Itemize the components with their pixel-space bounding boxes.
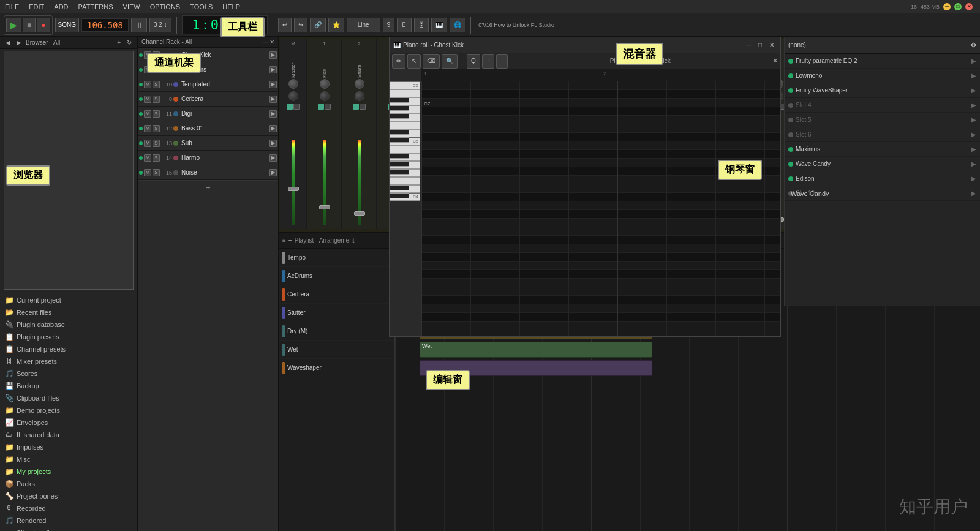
fx-led-4[interactable] <box>788 118 793 122</box>
fx-expand-1[interactable]: ▶ <box>971 72 976 79</box>
channel-solo-6[interactable]: S <box>153 140 160 147</box>
piano-key-78[interactable] <box>390 113 409 119</box>
channel-solo-2[interactable]: S <box>153 81 160 88</box>
fx-led-1[interactable] <box>788 73 793 78</box>
fx-item-1[interactable]: Lowmono ▶ <box>785 69 980 83</box>
mixer-mute-0[interactable] <box>287 104 293 110</box>
fx-item-7[interactable]: Wave Candy ▶ <box>785 157 980 171</box>
toolbar-undo-btn[interactable]: ↩ <box>278 18 292 32</box>
fx-expand-0[interactable]: ▶ <box>971 58 976 64</box>
mixer-knob-pan-1[interactable] <box>320 79 330 89</box>
piano-key-61[interactable] <box>390 193 409 198</box>
channel-mute-5[interactable]: M <box>144 125 151 132</box>
sidebar-item-misc[interactable]: 📁Misc <box>0 453 137 465</box>
pr-minimize[interactable]: ─ <box>744 42 753 48</box>
sidebar-item-plugin-presets[interactable]: 📋Plugin presets <box>0 331 137 343</box>
fx-expand-6[interactable]: ▶ <box>971 146 976 153</box>
sidebar-item-recent-files[interactable]: 📂Recent files <box>0 306 137 318</box>
pr-tool-eraser[interactable]: ⌫ <box>423 54 440 69</box>
sidebar-item-channel-presets[interactable]: 📋Channel presets <box>0 343 137 355</box>
channel-mute-3[interactable]: M <box>144 96 151 103</box>
channel-solo-1[interactable]: S <box>153 66 160 73</box>
sidebar-item-clipboard-files[interactable]: 📎Clipboard files <box>0 392 137 404</box>
menu-add[interactable]: ADD <box>51 2 70 12</box>
fx-expand-9[interactable]: ▶ <box>971 190 976 197</box>
track-label-4[interactable]: Dry (M) <box>279 322 394 341</box>
mixer-solo-1[interactable] <box>325 104 331 110</box>
toolbar-link-btn[interactable]: 🔗 <box>310 18 326 32</box>
playlist-add-btn[interactable]: + <box>288 237 292 244</box>
channel-solo-5[interactable]: S <box>153 125 160 132</box>
search-input[interactable] <box>4 51 134 290</box>
mixer-knob-pan-2[interactable] <box>355 79 364 89</box>
sidebar-item-scores[interactable]: 🎵Scores <box>0 367 137 380</box>
channel-mute-8[interactable]: M <box>144 169 151 176</box>
stop-button[interactable]: ■ <box>23 18 36 32</box>
fx-expand-2[interactable]: ▶ <box>971 87 976 94</box>
sidebar-item-plugin-database[interactable]: 🔌Plugin database <box>0 318 137 331</box>
channel-mute-7[interactable]: M <box>144 154 151 162</box>
channel-rack-btn[interactable]: 🎚 <box>397 18 412 32</box>
sidebar-item-recorded[interactable]: 🎙Recorded <box>0 502 137 514</box>
channel-row-7[interactable]: M S 14 Harmo ▶ <box>138 151 278 165</box>
fx-expand-4[interactable]: ▶ <box>971 116 976 123</box>
fx-led-5[interactable] <box>788 132 793 137</box>
channel-rack-add-btn[interactable]: + <box>138 180 278 194</box>
mixer-knob-send-2[interactable] <box>355 91 364 101</box>
song-mode-btn[interactable]: SONG <box>55 18 79 32</box>
pr-zoom-out[interactable]: − <box>496 54 508 69</box>
mixer-solo-2[interactable] <box>360 104 366 110</box>
fx-led-7[interactable] <box>788 162 793 167</box>
sidebar-item-demo-projects[interactable]: 📁Demo projects <box>0 404 137 416</box>
mixer-fader-handle-2[interactable] <box>354 211 365 216</box>
channel-arrow-3[interactable]: ▶ <box>270 96 277 103</box>
piano-key-71[interactable] <box>390 145 420 153</box>
fx-expand-5[interactable]: ▶ <box>971 131 976 138</box>
record-button[interactable]: ● <box>37 18 50 32</box>
fx-expand-3[interactable]: ▶ <box>971 102 976 108</box>
playlist-clip-6[interactable]: Wet <box>420 342 652 358</box>
sidebar-nav-fwd[interactable]: ▶ <box>15 39 23 47</box>
toolbar-icon-1[interactable]: ⏸ <box>131 18 147 32</box>
channel-mute-1[interactable]: M <box>144 66 151 73</box>
pr-close-x[interactable]: ✕ <box>772 57 778 65</box>
pr-zoom-in[interactable]: + <box>482 54 494 69</box>
track-label-3[interactable]: Stutter <box>279 304 394 322</box>
sidebar-item-sliced-audio[interactable]: ✂Sliced audio <box>0 527 137 532</box>
fx-led-3[interactable] <box>788 103 793 108</box>
sidebar-item-impulses[interactable]: 📁Impulses <box>0 441 137 453</box>
track-label-0[interactable]: Tempo <box>279 249 394 267</box>
fx-item-5[interactable]: Slot 6 ▶ <box>785 127 980 142</box>
snap-value[interactable]: 9 <box>383 18 395 32</box>
piano-key-68[interactable] <box>390 161 409 167</box>
channel-row-6[interactable]: M S 13 Sub ▶ <box>138 136 278 151</box>
channel-solo-4[interactable]: S <box>153 110 160 118</box>
mixer-mute-1[interactable] <box>318 104 324 110</box>
channel-arrow-6[interactable]: ▶ <box>270 140 277 147</box>
track-label-6[interactable]: Waveshaper <box>279 359 394 377</box>
fx-item-6[interactable]: Maximus ▶ <box>785 142 980 157</box>
playlist-icon[interactable]: ≡ <box>282 237 286 244</box>
pr-tool-pencil[interactable]: ✏ <box>392 54 405 69</box>
mixer-channel-2[interactable]: 2 Snare <box>342 39 377 229</box>
maximize-icon[interactable]: □ <box>954 3 962 10</box>
fx-item-2[interactable]: Fruity WaveShaper ▶ <box>785 83 980 98</box>
channel-row-2[interactable]: M S 10 Temptated ▶ <box>138 77 278 92</box>
channel-row-8[interactable]: M S 15 Noise ▶ <box>138 165 278 180</box>
sidebar-item-envelopes[interactable]: 📈Envelopes <box>0 416 137 429</box>
channel-arrow-8[interactable]: ▶ <box>270 169 277 176</box>
channel-row-0[interactable]: M S Ghost Kick ▶ <box>138 48 278 62</box>
toolbar-icon-2[interactable]: 3 2 ↕ <box>149 18 172 32</box>
channel-row-4[interactable]: M S 11 Digi ▶ <box>138 107 278 121</box>
piano-key-75[interactable] <box>390 129 409 135</box>
menu-patterns[interactable]: PATTERNS <box>76 2 116 12</box>
menu-edit[interactable]: EDIT <box>26 2 47 12</box>
piano-key-73[interactable] <box>390 137 409 143</box>
menu-options[interactable]: OPTIONS <box>148 2 183 12</box>
fx-item-3[interactable]: Slot 4 ▶ <box>785 98 980 113</box>
mixer-solo-0[interactable] <box>293 104 300 110</box>
pr-maximize[interactable]: □ <box>756 42 764 48</box>
fx-led-0[interactable] <box>788 59 793 64</box>
channel-arrow-1[interactable]: ▶ <box>270 66 277 73</box>
menu-tools[interactable]: TOOLS <box>187 2 215 12</box>
